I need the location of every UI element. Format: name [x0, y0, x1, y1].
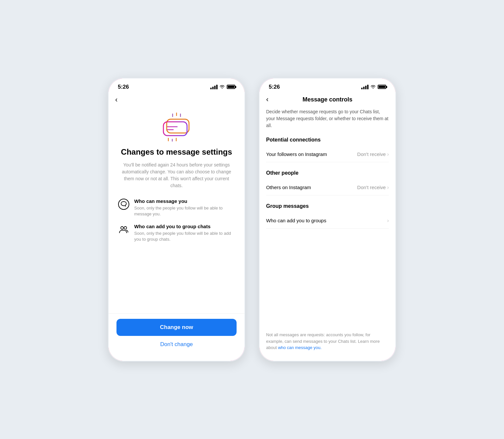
- control-row-group-label: Who can add you to groups: [266, 218, 326, 223]
- svg-rect-3: [167, 119, 189, 133]
- phone-frame-screen1: 5:26: [108, 77, 245, 362]
- control-row-followers-label: Your followers on Instagram: [266, 151, 327, 157]
- screen1-subtitle: You'll be notified again 24 hours before…: [118, 162, 235, 189]
- status-icons-2: [361, 84, 386, 90]
- back-arrow-icon: ‹: [115, 96, 117, 104]
- message-circle-icon: [118, 198, 130, 210]
- feature-text-message: Who can message you Soon, only the peopl…: [134, 198, 235, 217]
- screen2-header: ‹ Message controls: [260, 93, 395, 108]
- feature-title-group: Who can add you to group chats: [134, 224, 235, 229]
- screen2-description: Decide whether message requests go to yo…: [260, 108, 395, 136]
- chevron-right-icon-followers: ›: [387, 151, 389, 157]
- section-gap-1: [266, 162, 389, 169]
- control-row-others-label: Others on Instagram: [266, 185, 311, 190]
- bottom-actions: Change now Don't change: [109, 313, 244, 361]
- section-label-group: Group messages: [266, 203, 389, 209]
- phone-inner-screen2: 5:26: [260, 78, 395, 361]
- followers-value: Don't receive: [357, 151, 386, 157]
- footer-note: Not all messages are requests: accounts …: [260, 326, 395, 361]
- battery-icon-2: [378, 85, 386, 89]
- feature-item-message: Who can message you Soon, only the peopl…: [118, 198, 235, 217]
- feature-desc-group: Soon, only the people you follow will be…: [134, 230, 235, 242]
- footer-link[interactable]: who can message you.: [278, 345, 322, 350]
- chevron-right-icon-others: ›: [387, 185, 389, 190]
- section-label-other: Other people: [266, 170, 389, 176]
- status-time-2: 5:26: [269, 84, 280, 90]
- section-gap-2: [266, 195, 389, 202]
- phone-frame-screen2: 5:26: [259, 77, 396, 362]
- control-row-group-add[interactable]: Who can add you to groups ›: [266, 213, 389, 229]
- others-value: Don't receive: [357, 185, 386, 190]
- svg-point-12: [124, 227, 127, 229]
- battery-icon: [227, 85, 235, 89]
- status-time-1: 5:26: [118, 84, 129, 90]
- wifi-icon-2: [370, 84, 376, 90]
- illustration-container: [109, 105, 244, 147]
- wifi-icon: [220, 84, 225, 90]
- control-row-group-right: ›: [387, 218, 389, 224]
- screen1-body: Changes to message settings You'll be no…: [109, 147, 244, 313]
- control-row-followers-right: Don't receive ›: [357, 151, 389, 157]
- control-row-followers[interactable]: Your followers on Instagram Don't receiv…: [266, 147, 389, 162]
- feature-desc-message: Soon, only the people you follow will be…: [134, 205, 235, 217]
- chevron-right-icon-group: ›: [387, 218, 389, 224]
- screens-container: 5:26: [108, 77, 396, 362]
- screen1-content: Changes to message settings You'll be no…: [109, 105, 244, 361]
- feature-title-message: Who can message you: [134, 198, 235, 204]
- dont-change-button[interactable]: Don't change: [160, 341, 193, 348]
- screen1-title: Changes to message settings: [118, 147, 235, 157]
- status-bar-2: 5:26: [260, 78, 395, 93]
- control-row-others-right: Don't receive ›: [357, 185, 389, 190]
- feature-item-group: Who can add you to group chats Soon, onl…: [118, 224, 235, 242]
- signal-icon-2: [361, 85, 368, 89]
- controls-list: Potential connections Your followers on …: [260, 136, 395, 327]
- back-button-1[interactable]: ‹: [109, 93, 244, 105]
- control-row-others[interactable]: Others on Instagram Don't receive ›: [266, 180, 389, 195]
- section-label-potential: Potential connections: [266, 137, 389, 143]
- svg-point-11: [121, 227, 123, 229]
- status-bar-1: 5:26: [109, 78, 244, 93]
- status-icons-1: [210, 84, 235, 90]
- group-people-icon: [118, 224, 130, 235]
- screen2-title: Message controls: [266, 96, 389, 103]
- phone-inner-screen1: 5:26: [109, 78, 244, 361]
- svg-point-10: [118, 199, 129, 209]
- message-settings-illustration: [157, 112, 196, 142]
- change-now-button[interactable]: Change now: [116, 319, 237, 336]
- feature-text-group: Who can add you to group chats Soon, onl…: [134, 224, 235, 242]
- signal-icon: [210, 85, 218, 89]
- back-button-2[interactable]: ‹: [266, 95, 268, 104]
